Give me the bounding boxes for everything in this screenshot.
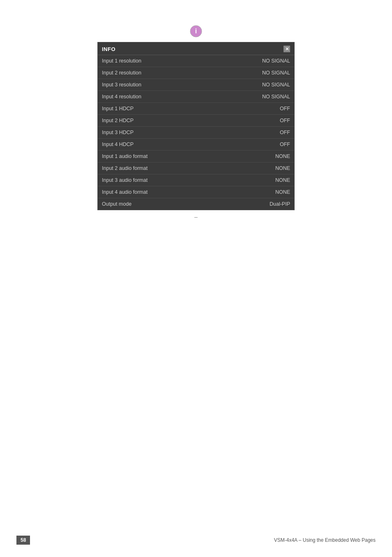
row-label: Input 3 audio format xyxy=(102,177,148,183)
row-label: Input 4 resolution xyxy=(102,94,141,100)
row-label: Input 3 HDCP xyxy=(102,130,134,135)
row-label: Input 4 HDCP xyxy=(102,142,134,147)
close-button[interactable]: ✕ xyxy=(284,46,290,52)
table-row: Output modeDual-PIP xyxy=(98,198,294,210)
table-row: Input 4 HDCPOFF xyxy=(98,139,294,151)
row-value: NONE xyxy=(275,165,290,171)
row-label: Input 1 resolution xyxy=(102,58,141,64)
table-row: Input 2 resolutionNO SIGNAL xyxy=(98,67,294,79)
table-row: Input 1 resolutionNO SIGNAL xyxy=(98,55,294,67)
row-label: Input 2 audio format xyxy=(102,165,148,171)
info-icon-container: i xyxy=(189,25,203,38)
row-label: Input 1 audio format xyxy=(102,153,148,159)
svg-text:i: i xyxy=(195,28,197,35)
row-value: NO SIGNAL xyxy=(262,82,290,88)
bottom-dash: – xyxy=(194,214,198,220)
table-row: Input 4 audio formatNONE xyxy=(98,186,294,198)
dialog-title: INFO xyxy=(102,46,115,52)
table-row: Input 1 HDCPOFF xyxy=(98,103,294,115)
dialog-body: Input 1 resolutionNO SIGNALInput 2 resol… xyxy=(98,55,294,210)
table-row: Input 3 HDCPOFF xyxy=(98,127,294,139)
row-value: OFF xyxy=(280,118,290,123)
footer-page-number: 58 xyxy=(16,536,30,545)
row-value: NO SIGNAL xyxy=(262,94,290,100)
row-value: OFF xyxy=(280,106,290,111)
table-row: Input 2 HDCPOFF xyxy=(98,115,294,127)
footer: 58 VSM-4x4A – Using the Embedded Web Pag… xyxy=(0,536,392,545)
row-label: Input 3 resolution xyxy=(102,82,141,88)
info-circle-icon: i xyxy=(189,25,203,38)
row-value: NO SIGNAL xyxy=(262,70,290,76)
row-value: NONE xyxy=(275,177,290,183)
table-row: Input 1 audio formatNONE xyxy=(98,151,294,162)
row-label: Input 2 HDCP xyxy=(102,118,134,123)
row-label: Input 4 audio format xyxy=(102,189,148,195)
row-label: Output mode xyxy=(102,201,131,207)
info-dialog: INFO ✕ Input 1 resolutionNO SIGNALInput … xyxy=(97,42,295,210)
row-value: Dual-PIP xyxy=(270,201,290,207)
row-value: OFF xyxy=(280,130,290,135)
page-content: i INFO ✕ Input 1 resolutionNO SIGNALInpu… xyxy=(0,0,392,557)
row-label: Input 1 HDCP xyxy=(102,106,134,111)
table-row: Input 3 audio formatNONE xyxy=(98,174,294,186)
row-value: OFF xyxy=(280,142,290,147)
table-row: Input 4 resolutionNO SIGNAL xyxy=(98,91,294,103)
row-value: NONE xyxy=(275,189,290,195)
row-value: NO SIGNAL xyxy=(262,58,290,64)
dialog-header: INFO ✕ xyxy=(98,42,294,55)
table-row: Input 2 audio formatNONE xyxy=(98,162,294,174)
table-row: Input 3 resolutionNO SIGNAL xyxy=(98,79,294,91)
row-label: Input 2 resolution xyxy=(102,70,141,76)
row-value: NONE xyxy=(275,153,290,159)
footer-description: VSM-4x4A – Using the Embedded Web Pages xyxy=(274,537,376,543)
